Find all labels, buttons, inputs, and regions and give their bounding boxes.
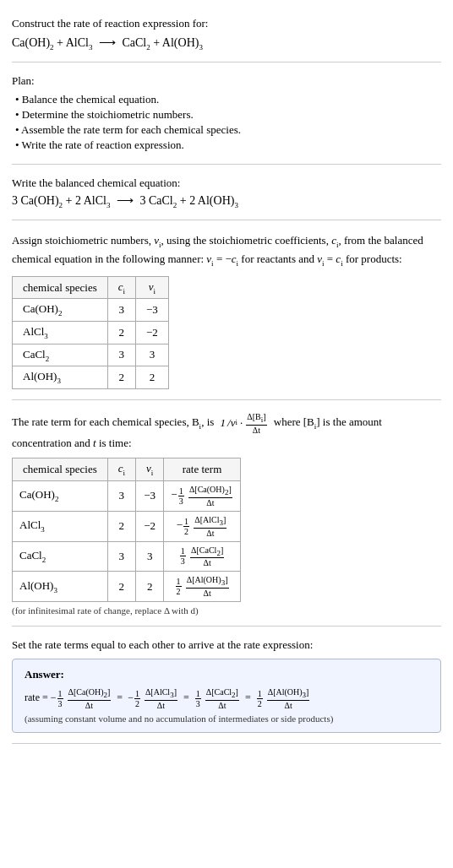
answer-label: Answer: <box>25 668 428 681</box>
plan-item-3: • Assemble the rate term for each chemic… <box>15 123 441 137</box>
rt-term-caoh2: −13 Δ[Ca(OH)2]Δt <box>164 480 240 511</box>
construct-label: Construct the rate of reaction expressio… <box>12 17 441 30</box>
rt-vi-aloh3: 2 <box>136 572 164 602</box>
plan-section: Plan: • Balance the chemical equation. •… <box>12 66 441 165</box>
col-ci: ci <box>107 276 135 299</box>
ci-alcl3: 2 <box>107 321 135 344</box>
table-row: CaCl2 3 3 <box>13 344 169 366</box>
table-row: AlCl3 2 −2 −12 Δ[AlCl3]Δt <box>13 511 241 541</box>
rate-term-section: The rate term for each chemical species,… <box>12 404 441 627</box>
rt-vi-alcl3: −2 <box>136 511 164 541</box>
stoich-section: Assign stoichiometric numbers, νi, using… <box>12 224 441 400</box>
plan-item-4: • Write the rate of reaction expression. <box>15 138 441 152</box>
rt-col-ci: ci <box>107 458 135 481</box>
balanced-section: Write the balanced chemical equation: 3 … <box>12 168 441 220</box>
assign-text: Assign stoichiometric numbers, νi, using… <box>12 232 441 269</box>
ci-aloh3: 2 <box>107 366 135 389</box>
table-row: CaCl2 3 3 13 Δ[CaCl2]Δt <box>13 541 241 572</box>
unbalanced-reaction: Ca(OH)2 + AlCl3 ⟶ CaCl2 + Al(OH)3 <box>12 35 441 52</box>
table-row: AlCl3 2 −2 <box>13 321 169 344</box>
rt-term-cacl2: 13 Δ[CaCl2]Δt <box>164 541 240 572</box>
stoich-table: chemical species ci νi Ca(OH)2 3 −3 AlCl… <box>12 276 169 389</box>
balanced-reaction: 3 Ca(OH)2 + 2 AlCl3 ⟶ 3 CaCl2 + 2 Al(OH)… <box>12 193 441 209</box>
rt-col-vi: νi <box>136 458 164 481</box>
rt-ci-aloh3: 2 <box>107 572 135 602</box>
species-caoh2: Ca(OH)2 <box>13 299 108 322</box>
rt-species-alcl3: AlCl3 <box>13 511 108 541</box>
answer-box: Answer: rate = −13 Δ[Ca(OH)2]Δt = −12 Δ[… <box>12 659 441 733</box>
species-aloh3: Al(OH)3 <box>13 366 108 389</box>
table-row: Al(OH)3 2 2 12 Δ[Al(OH)3]Δt <box>13 572 241 602</box>
plan-item-2: • Determine the stoichiometric numbers. <box>15 108 441 122</box>
rate-label: rate = <box>25 692 48 703</box>
rt-species-cacl2: CaCl2 <box>13 541 108 572</box>
balanced-label: Write the balanced chemical equation: <box>12 176 441 190</box>
vi-cacl2: 3 <box>136 344 169 366</box>
set-equal-text: Set the rate terms equal to each other t… <box>12 638 441 652</box>
rt-species-aloh3: Al(OH)3 <box>13 572 108 602</box>
col-vi: νi <box>136 276 169 299</box>
rt-col-rateterm: rate term <box>164 458 240 481</box>
answer-equation: rate = −13 Δ[Ca(OH)2]Δt = −12 Δ[AlCl3]Δt… <box>25 686 428 710</box>
rate-term-note: (for infinitesimal rate of change, repla… <box>12 605 441 616</box>
rt-species-caoh2: Ca(OH)2 <box>13 480 108 511</box>
table-row: Ca(OH)2 3 −3 <box>13 299 169 322</box>
rt-ci-alcl3: 2 <box>107 511 135 541</box>
vi-caoh2: −3 <box>136 299 169 322</box>
table-row: Ca(OH)2 3 −3 −13 Δ[Ca(OH)2]Δt <box>13 480 241 511</box>
plan-item-1: • Balance the chemical equation. <box>15 93 441 106</box>
plan-label: Plan: <box>12 74 441 88</box>
rt-term-aloh3: 12 Δ[Al(OH)3]Δt <box>164 572 240 602</box>
table-row: Al(OH)3 2 2 <box>13 366 169 389</box>
rate-term-text: The rate term for each chemical species,… <box>12 412 441 451</box>
rt-ci-cacl2: 3 <box>107 541 135 572</box>
answer-note: (assuming constant volume and no accumul… <box>25 713 428 724</box>
vi-aloh3: 2 <box>136 366 169 389</box>
col-species: chemical species <box>13 276 108 299</box>
rt-ci-caoh2: 3 <box>107 480 135 511</box>
rt-col-species: chemical species <box>13 458 108 481</box>
rt-term-alcl3: −12 Δ[AlCl3]Δt <box>164 511 240 541</box>
ci-caoh2: 3 <box>107 299 135 322</box>
header-section: Construct the rate of reaction expressio… <box>12 8 441 62</box>
species-cacl2: CaCl2 <box>13 344 108 366</box>
rate-term-table: chemical species ci νi rate term Ca(OH)2… <box>12 458 241 602</box>
ci-cacl2: 3 <box>107 344 135 366</box>
species-alcl3: AlCl3 <box>13 321 108 344</box>
rt-vi-cacl2: 3 <box>136 541 164 572</box>
rt-vi-caoh2: −3 <box>136 480 164 511</box>
set-equal-section: Set the rate terms equal to each other t… <box>12 630 441 744</box>
vi-alcl3: −2 <box>136 321 169 344</box>
